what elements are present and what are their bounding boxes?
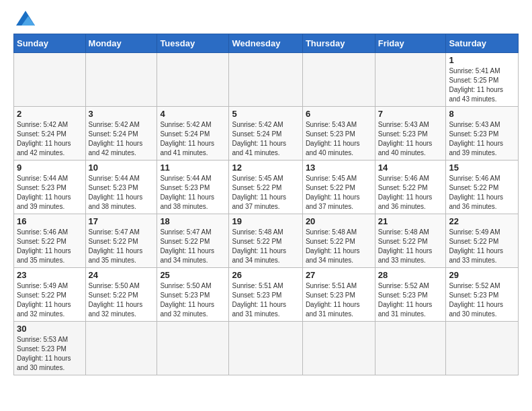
day-number: 22 bbox=[449, 216, 515, 226]
header bbox=[13, 11, 519, 26]
day-info: Sunrise: 5:45 AM Sunset: 5:22 PM Dayligh… bbox=[232, 174, 299, 212]
calendar-cell: 24Sunrise: 5:50 AM Sunset: 5:22 PM Dayli… bbox=[85, 268, 157, 322]
day-info: Sunrise: 5:46 AM Sunset: 5:22 PM Dayligh… bbox=[17, 228, 83, 265]
calendar-cell: 15Sunrise: 5:46 AM Sunset: 5:22 PM Dayli… bbox=[446, 161, 519, 214]
day-info: Sunrise: 5:42 AM Sunset: 5:24 PM Dayligh… bbox=[17, 120, 83, 158]
week-row-5: 23Sunrise: 5:49 AM Sunset: 5:22 PM Dayli… bbox=[14, 268, 519, 322]
col-header-friday: Friday bbox=[375, 34, 446, 53]
calendar-cell bbox=[375, 322, 446, 375]
day-info: Sunrise: 5:51 AM Sunset: 5:23 PM Dayligh… bbox=[232, 281, 299, 319]
day-number: 8 bbox=[449, 109, 515, 119]
col-header-saturday: Saturday bbox=[446, 34, 519, 53]
day-number: 11 bbox=[160, 163, 226, 173]
day-info: Sunrise: 5:49 AM Sunset: 5:22 PM Dayligh… bbox=[449, 228, 515, 265]
day-number: 26 bbox=[232, 270, 299, 280]
day-info: Sunrise: 5:47 AM Sunset: 5:22 PM Dayligh… bbox=[160, 228, 226, 265]
week-row-1: 1Sunrise: 5:41 AM Sunset: 5:25 PM Daylig… bbox=[14, 53, 519, 107]
day-number: 13 bbox=[306, 163, 372, 173]
day-info: Sunrise: 5:45 AM Sunset: 5:22 PM Dayligh… bbox=[306, 174, 372, 212]
calendar-cell bbox=[14, 53, 86, 107]
day-info: Sunrise: 5:42 AM Sunset: 5:24 PM Dayligh… bbox=[232, 120, 299, 158]
week-row-2: 2Sunrise: 5:42 AM Sunset: 5:24 PM Daylig… bbox=[14, 107, 519, 161]
calendar-cell: 21Sunrise: 5:48 AM Sunset: 5:22 PM Dayli… bbox=[375, 214, 446, 268]
col-header-tuesday: Tuesday bbox=[157, 34, 229, 53]
calendar-cell bbox=[157, 53, 229, 107]
day-number: 20 bbox=[306, 216, 372, 226]
logo-area bbox=[13, 11, 35, 26]
calendar-cell: 18Sunrise: 5:47 AM Sunset: 5:22 PM Dayli… bbox=[157, 214, 229, 268]
day-number: 1 bbox=[449, 55, 515, 65]
calendar-cell: 5Sunrise: 5:42 AM Sunset: 5:24 PM Daylig… bbox=[229, 107, 302, 161]
day-number: 9 bbox=[17, 163, 83, 173]
day-info: Sunrise: 5:48 AM Sunset: 5:22 PM Dayligh… bbox=[232, 228, 299, 265]
day-info: Sunrise: 5:43 AM Sunset: 5:23 PM Dayligh… bbox=[306, 120, 372, 158]
day-number: 30 bbox=[17, 324, 83, 334]
header-row: SundayMondayTuesdayWednesdayThursdayFrid… bbox=[14, 34, 519, 53]
day-number: 19 bbox=[232, 216, 299, 226]
day-info: Sunrise: 5:42 AM Sunset: 5:24 PM Dayligh… bbox=[89, 120, 154, 158]
week-row-4: 16Sunrise: 5:46 AM Sunset: 5:22 PM Dayli… bbox=[14, 214, 519, 268]
day-number: 29 bbox=[449, 270, 515, 280]
day-number: 14 bbox=[378, 163, 443, 173]
day-number: 3 bbox=[89, 109, 154, 119]
calendar-cell: 29Sunrise: 5:52 AM Sunset: 5:23 PM Dayli… bbox=[446, 268, 519, 322]
day-info: Sunrise: 5:48 AM Sunset: 5:22 PM Dayligh… bbox=[378, 228, 443, 265]
calendar-cell: 1Sunrise: 5:41 AM Sunset: 5:25 PM Daylig… bbox=[446, 53, 519, 107]
day-number: 24 bbox=[89, 270, 154, 280]
day-number: 18 bbox=[160, 216, 226, 226]
day-info: Sunrise: 5:46 AM Sunset: 5:22 PM Dayligh… bbox=[449, 174, 515, 212]
day-number: 23 bbox=[17, 270, 83, 280]
day-number: 4 bbox=[160, 109, 226, 119]
day-number: 12 bbox=[232, 163, 299, 173]
calendar-cell bbox=[302, 322, 375, 375]
calendar-cell: 4Sunrise: 5:42 AM Sunset: 5:24 PM Daylig… bbox=[157, 107, 229, 161]
calendar-cell: 10Sunrise: 5:44 AM Sunset: 5:23 PM Dayli… bbox=[85, 161, 157, 214]
calendar-cell: 23Sunrise: 5:49 AM Sunset: 5:22 PM Dayli… bbox=[14, 268, 86, 322]
week-row-6: 30Sunrise: 5:53 AM Sunset: 5:23 PM Dayli… bbox=[14, 322, 519, 375]
calendar-cell: 3Sunrise: 5:42 AM Sunset: 5:24 PM Daylig… bbox=[85, 107, 157, 161]
day-info: Sunrise: 5:47 AM Sunset: 5:22 PM Dayligh… bbox=[89, 228, 154, 265]
week-row-3: 9Sunrise: 5:44 AM Sunset: 5:23 PM Daylig… bbox=[14, 161, 519, 214]
calendar-cell: 9Sunrise: 5:44 AM Sunset: 5:23 PM Daylig… bbox=[14, 161, 86, 214]
day-info: Sunrise: 5:43 AM Sunset: 5:23 PM Dayligh… bbox=[378, 120, 443, 158]
calendar-cell: 25Sunrise: 5:50 AM Sunset: 5:23 PM Dayli… bbox=[157, 268, 229, 322]
day-number: 25 bbox=[160, 270, 226, 280]
day-info: Sunrise: 5:52 AM Sunset: 5:23 PM Dayligh… bbox=[378, 281, 443, 319]
day-number: 21 bbox=[378, 216, 443, 226]
calendar-cell: 11Sunrise: 5:44 AM Sunset: 5:23 PM Dayli… bbox=[157, 161, 229, 214]
day-info: Sunrise: 5:53 AM Sunset: 5:23 PM Dayligh… bbox=[17, 335, 83, 373]
logo-icon bbox=[16, 11, 35, 26]
day-info: Sunrise: 5:48 AM Sunset: 5:22 PM Dayligh… bbox=[306, 228, 372, 265]
calendar-cell: 7Sunrise: 5:43 AM Sunset: 5:23 PM Daylig… bbox=[375, 107, 446, 161]
day-info: Sunrise: 5:42 AM Sunset: 5:24 PM Dayligh… bbox=[160, 120, 226, 158]
day-info: Sunrise: 5:50 AM Sunset: 5:23 PM Dayligh… bbox=[160, 281, 226, 319]
logo bbox=[13, 11, 35, 26]
col-header-wednesday: Wednesday bbox=[229, 34, 302, 53]
calendar-cell: 22Sunrise: 5:49 AM Sunset: 5:22 PM Dayli… bbox=[446, 214, 519, 268]
day-number: 7 bbox=[378, 109, 443, 119]
calendar-cell bbox=[446, 322, 519, 375]
day-info: Sunrise: 5:50 AM Sunset: 5:22 PM Dayligh… bbox=[89, 281, 154, 319]
calendar-cell: 19Sunrise: 5:48 AM Sunset: 5:22 PM Dayli… bbox=[229, 214, 302, 268]
calendar-table: SundayMondayTuesdayWednesdayThursdayFrid… bbox=[13, 34, 519, 375]
calendar-cell bbox=[375, 53, 446, 107]
calendar-cell: 28Sunrise: 5:52 AM Sunset: 5:23 PM Dayli… bbox=[375, 268, 446, 322]
calendar-cell: 17Sunrise: 5:47 AM Sunset: 5:22 PM Dayli… bbox=[85, 214, 157, 268]
day-number: 27 bbox=[306, 270, 372, 280]
calendar-cell bbox=[85, 322, 157, 375]
day-info: Sunrise: 5:41 AM Sunset: 5:25 PM Dayligh… bbox=[449, 66, 515, 104]
day-number: 2 bbox=[17, 109, 83, 119]
calendar-cell bbox=[229, 322, 302, 375]
day-number: 15 bbox=[449, 163, 515, 173]
day-info: Sunrise: 5:52 AM Sunset: 5:23 PM Dayligh… bbox=[449, 281, 515, 319]
day-info: Sunrise: 5:44 AM Sunset: 5:23 PM Dayligh… bbox=[89, 174, 154, 212]
day-info: Sunrise: 5:44 AM Sunset: 5:23 PM Dayligh… bbox=[160, 174, 226, 212]
day-number: 5 bbox=[232, 109, 299, 119]
col-header-thursday: Thursday bbox=[302, 34, 375, 53]
day-number: 17 bbox=[89, 216, 154, 226]
calendar-cell bbox=[229, 53, 302, 107]
day-info: Sunrise: 5:44 AM Sunset: 5:23 PM Dayligh… bbox=[17, 174, 83, 212]
calendar-cell: 6Sunrise: 5:43 AM Sunset: 5:23 PM Daylig… bbox=[302, 107, 375, 161]
calendar-cell: 16Sunrise: 5:46 AM Sunset: 5:22 PM Dayli… bbox=[14, 214, 86, 268]
calendar-cell: 20Sunrise: 5:48 AM Sunset: 5:22 PM Dayli… bbox=[302, 214, 375, 268]
